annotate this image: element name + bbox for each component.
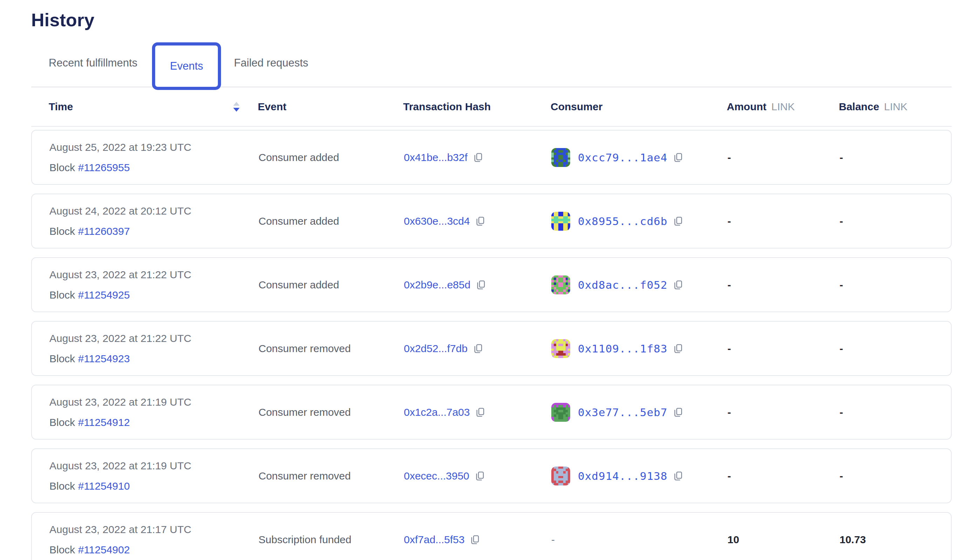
block-number-link[interactable]: #11254910 <box>78 480 130 492</box>
tab-events-label: Events <box>170 60 203 72</box>
consumer-identicon <box>551 275 570 294</box>
balance-value: - <box>839 407 951 418</box>
block-line: Block #11254912 <box>49 417 130 428</box>
consumer-cell: 0xd8ac...f052 <box>551 275 727 294</box>
consumer-identicon <box>551 339 570 358</box>
consumer-empty-value: - <box>551 534 555 546</box>
balance-value: - <box>839 470 951 482</box>
block-number-link[interactable]: #11254902 <box>78 544 130 555</box>
amount-value: - <box>727 215 839 227</box>
column-header-event: Event <box>258 101 403 113</box>
tx-hash-cell: 0x2d52...f7db <box>404 343 551 355</box>
event-timestamp: August 24, 2022 at 20:12 UTC <box>49 205 191 217</box>
event-timestamp: August 25, 2022 at 19:23 UTC <box>49 142 191 153</box>
block-number-link[interactable]: #11254925 <box>78 289 130 301</box>
event-rows: August 25, 2022 at 19:23 UTC Block #1126… <box>31 130 973 560</box>
amount-value: 10 <box>727 534 839 546</box>
consumer-cell: 0x1109...1f83 <box>551 339 727 358</box>
copy-icon[interactable] <box>672 279 684 290</box>
block-line: Block #11265955 <box>49 162 130 173</box>
column-header-consumer: Consumer <box>551 101 727 113</box>
event-timestamp: August 23, 2022 at 21:22 UTC <box>49 332 191 344</box>
balance-value: 10.73 <box>839 534 951 546</box>
sort-asc-icon <box>233 102 239 106</box>
block-number-link[interactable]: #11254912 <box>78 417 130 428</box>
copy-icon[interactable] <box>672 407 684 418</box>
tab-recent-fulfillments[interactable]: Recent fulfillments <box>48 57 137 69</box>
block-label: Block <box>49 544 75 555</box>
balance-header-label: Balance <box>839 101 879 113</box>
balance-unit-label: LINK <box>884 101 908 113</box>
event-type: Consumer added <box>259 215 404 227</box>
consumer-address-link[interactable]: 0xcc79...1ae4 <box>578 151 667 164</box>
block-number-link[interactable]: #11265955 <box>78 162 130 173</box>
tx-hash-link[interactable]: 0x2b9e...e85d <box>404 279 470 291</box>
consumer-address-link[interactable]: 0xd914...9138 <box>578 470 667 482</box>
block-label: Block <box>49 417 75 428</box>
table-row: August 23, 2022 at 21:19 UTC Block #1125… <box>31 385 951 440</box>
time-cell: August 23, 2022 at 21:19 UTC Block #1125… <box>49 396 259 428</box>
event-type: Consumer removed <box>259 470 404 482</box>
copy-icon[interactable] <box>474 470 485 482</box>
tx-hash-cell: 0x630e...3cd4 <box>404 215 551 227</box>
block-number-link[interactable]: #11254923 <box>78 353 130 364</box>
tx-hash-link[interactable]: 0x2d52...f7db <box>404 343 468 355</box>
event-type: Consumer removed <box>259 407 404 418</box>
copy-icon[interactable] <box>475 407 486 418</box>
copy-icon[interactable] <box>672 152 684 163</box>
copy-icon[interactable] <box>469 534 481 545</box>
tx-hash-link[interactable]: 0xf7ad...5f53 <box>404 534 465 546</box>
consumer-address-link[interactable]: 0x1109...1f83 <box>578 342 667 355</box>
balance-value: - <box>839 215 951 227</box>
copy-icon[interactable] <box>475 216 486 227</box>
time-cell: August 23, 2022 at 21:22 UTC Block #1125… <box>49 332 259 365</box>
consumer-address-link[interactable]: 0x8955...cd6b <box>578 215 667 228</box>
tab-failed-requests[interactable]: Failed requests <box>234 57 308 69</box>
block-label: Block <box>49 289 75 301</box>
history-page: History Recent fulfillments Events Faile… <box>0 9 973 560</box>
tx-hash-link[interactable]: 0x1c2a...7a03 <box>404 407 470 418</box>
time-cell: August 24, 2022 at 20:12 UTC Block #1126… <box>49 205 259 237</box>
copy-icon[interactable] <box>473 343 484 354</box>
consumer-cell: 0xcc79...1ae4 <box>551 148 727 167</box>
time-cell: August 23, 2022 at 21:22 UTC Block #1125… <box>49 269 259 301</box>
consumer-cell: 0xd914...9138 <box>551 467 727 485</box>
column-header-amount: Amount LINK <box>727 101 839 113</box>
column-header-time: Time <box>48 101 258 113</box>
block-line: Block #11260397 <box>49 225 130 237</box>
consumer-address-link[interactable]: 0xd8ac...f052 <box>578 278 667 291</box>
event-timestamp: August 23, 2022 at 21:19 UTC <box>49 460 191 472</box>
tx-hash-cell: 0xf7ad...5f53 <box>404 534 551 546</box>
block-number-link[interactable]: #11260397 <box>78 225 130 237</box>
event-type: Consumer removed <box>259 343 404 355</box>
copy-icon[interactable] <box>475 279 486 290</box>
consumer-cell: - <box>551 534 727 546</box>
tx-hash-link[interactable]: 0x41be...b32f <box>404 152 468 163</box>
tx-hash-link[interactable]: 0xecec...3950 <box>404 470 469 482</box>
consumer-address-link[interactable]: 0x3e77...5eb7 <box>578 406 667 418</box>
table-row: August 23, 2022 at 21:22 UTC Block #1125… <box>31 321 951 376</box>
block-line: Block #11254925 <box>49 289 130 301</box>
copy-icon[interactable] <box>672 216 684 227</box>
time-header-label: Time <box>48 101 73 113</box>
page-title: History <box>31 9 973 31</box>
consumer-identicon <box>551 403 570 422</box>
event-timestamp: August 23, 2022 at 21:19 UTC <box>49 396 191 408</box>
copy-icon[interactable] <box>672 343 684 354</box>
block-label: Block <box>49 480 75 492</box>
copy-icon[interactable] <box>473 152 484 163</box>
tab-events[interactable]: Events <box>152 42 221 90</box>
column-header-tx-hash: Transaction Hash <box>403 101 551 113</box>
copy-icon[interactable] <box>672 470 684 482</box>
table-header: Time Event Transaction Hash Consumer Amo… <box>31 88 951 127</box>
amount-value: - <box>727 152 839 163</box>
amount-value: - <box>727 470 839 482</box>
sort-control[interactable] <box>233 102 239 112</box>
tx-hash-cell: 0xecec...3950 <box>404 470 551 482</box>
consumer-cell: 0x3e77...5eb7 <box>551 403 727 422</box>
tx-hash-link[interactable]: 0x630e...3cd4 <box>404 215 470 227</box>
time-cell: August 25, 2022 at 19:23 UTC Block #1126… <box>49 142 259 173</box>
tx-hash-cell: 0x1c2a...7a03 <box>404 407 551 418</box>
balance-value: - <box>839 279 951 291</box>
column-header-balance: Balance LINK <box>839 101 951 113</box>
